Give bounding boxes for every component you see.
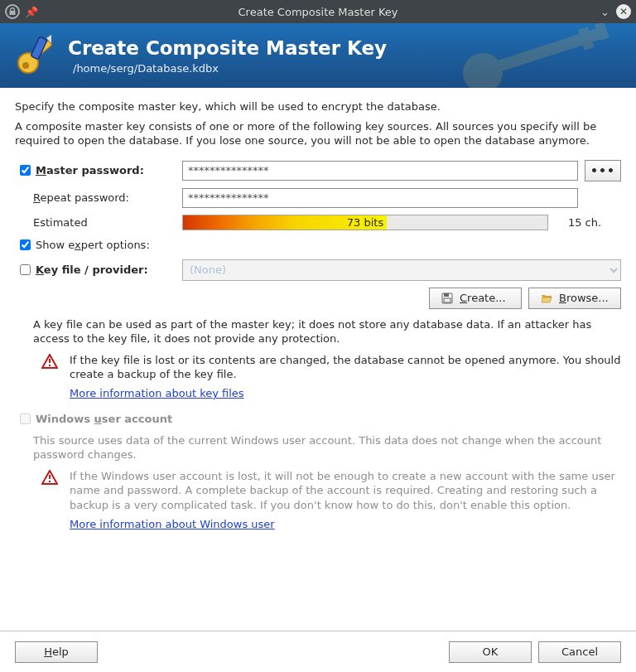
banner-bg-key-icon — [446, 23, 636, 88]
svg-point-0 — [463, 53, 503, 88]
char-count: 15 ch. — [548, 216, 621, 229]
keyfile-label: Key file / provider: — [36, 263, 148, 276]
master-password-label: Master password: — [36, 164, 144, 176]
create-keyfile-button[interactable]: Create... — [429, 288, 522, 309]
folder-open-icon — [541, 292, 552, 304]
dialog-footer: Help OK Cancel — [0, 631, 636, 672]
repeat-password-input[interactable] — [182, 188, 578, 208]
save-icon — [441, 292, 453, 304]
master-password-checkbox[interactable] — [20, 165, 31, 176]
banner-key-icon — [15, 35, 56, 76]
windows-user-label: Windows user account — [36, 413, 172, 425]
strength-value: 73 bits — [183, 215, 547, 230]
keyfile-warning-block: If the key file is lost or its contents … — [15, 353, 621, 382]
warning-icon — [41, 470, 61, 513]
windows-user-note: This source uses data of the current Win… — [15, 433, 621, 462]
windows-user-warning-text: If the Windows user account is lost, it … — [70, 469, 621, 513]
cancel-button[interactable]: Cancel — [538, 641, 621, 663]
master-password-input[interactable] — [182, 161, 578, 181]
banner-title: Create Composite Master Key — [68, 37, 387, 59]
reveal-password-button[interactable]: ••• — [585, 160, 621, 181]
row-repeat-password: Repeat password: — [15, 188, 621, 208]
svg-point-5 — [22, 62, 29, 69]
windows-user-warning-block: If the Windows user account is lost, it … — [15, 469, 621, 513]
svg-rect-17 — [49, 481, 51, 482]
keyfile-combo[interactable]: (None) — [182, 259, 621, 281]
window-title: Create Composite Master Key — [0, 6, 636, 18]
show-expert-checkbox[interactable] — [20, 239, 31, 250]
dialog-banner: Create Composite Master Key /home/serg/D… — [0, 23, 636, 88]
intro-text: Specify the composite master key, which … — [15, 99, 621, 114]
svg-rect-14 — [49, 365, 51, 366]
row-windows-user: Windows user account — [15, 411, 621, 427]
windows-user-more-info-link[interactable]: More information about Windows user — [15, 518, 275, 530]
subintro-text: A composite master key consists of one o… — [15, 119, 621, 148]
browse-keyfile-button[interactable]: Browse... — [528, 288, 621, 309]
svg-rect-10 — [444, 293, 449, 297]
password-strength-meter: 73 bits — [182, 215, 548, 230]
banner-subtitle: /home/serg/Database.kdbx — [68, 62, 387, 75]
window-titlebar: 📌 Create Composite Master Key ⌄ ✕ — [0, 0, 636, 23]
ok-button[interactable]: OK — [449, 641, 532, 663]
estimated-label: Estimated — [33, 216, 88, 229]
svg-rect-13 — [49, 359, 51, 363]
keyfile-note: A key file can be used as part of the ma… — [15, 317, 621, 346]
repeat-password-label: Repeat password: — [33, 191, 129, 204]
keyfile-checkbox[interactable] — [20, 264, 31, 275]
warning-icon — [41, 354, 61, 382]
keyfile-buttons-row: Create... Browse... — [15, 288, 621, 309]
keyfile-more-info-link[interactable]: More information about key files — [15, 387, 244, 399]
dialog-content: Specify the composite master key, which … — [0, 88, 636, 542]
help-button[interactable]: Help — [15, 641, 98, 663]
row-keyfile: Key file / provider: (None) — [15, 259, 621, 281]
svg-rect-16 — [49, 475, 51, 479]
windows-user-checkbox[interactable] — [20, 413, 31, 424]
row-show-expert: Show expert options: — [15, 237, 621, 253]
row-master-password: Master password: ••• — [15, 160, 621, 181]
show-expert-label: Show expert options: — [36, 239, 150, 251]
row-estimated-quality: Estimated 73 bits 15 ch. — [15, 215, 621, 230]
keyfile-warning-text: If the key file is lost or its contents … — [70, 353, 621, 382]
svg-rect-11 — [444, 298, 450, 302]
